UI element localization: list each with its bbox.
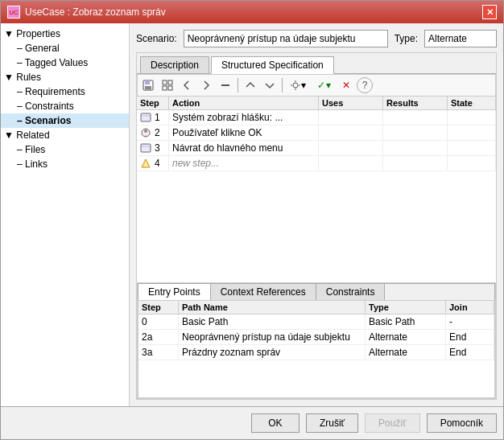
sidebar-item-general[interactable]: – General <box>1 41 129 56</box>
sidebar-item-properties[interactable]: ▼ Properties <box>1 27 129 41</box>
dash-icon3: – <box>17 86 25 97</box>
sep1 <box>238 78 238 93</box>
step-state-3 <box>448 141 496 155</box>
entry-table-header: Step Path Name Type Join <box>138 301 494 315</box>
step-results-4 <box>383 156 448 171</box>
entry-join-2: End <box>446 345 494 360</box>
step-action-1: Systém zobrazí hlášku: ... <box>169 110 319 125</box>
col-state: State <box>448 97 496 109</box>
check-button[interactable]: ✓▾ <box>312 76 336 94</box>
grid-button[interactable] <box>159 76 176 94</box>
step-action-3: Návrat do hlavného menu <box>169 141 319 155</box>
col-step: Step <box>137 97 169 109</box>
step-results-1 <box>383 110 448 125</box>
table-row[interactable]: 2 Používateľ klikne OK <box>137 125 496 141</box>
sidebar: ▼ Properties – General – Tagged Values ▼… <box>1 23 130 406</box>
tab-context-refs[interactable]: Context References <box>211 284 316 300</box>
step-action-2: Používateľ klikne OK <box>169 125 319 140</box>
sidebar-item-requirements[interactable]: – Requirements <box>1 84 129 99</box>
save-button[interactable] <box>139 76 157 94</box>
up-button[interactable] <box>242 76 259 94</box>
step-state-1 <box>448 110 496 125</box>
step-action-4: new step... <box>169 156 319 171</box>
dash-icon7: – <box>17 158 25 170</box>
sidebar-item-files[interactable]: – Files <box>1 142 129 157</box>
tab-structured[interactable]: Structured Specification <box>211 56 334 74</box>
close-window-button[interactable]: ✕ <box>482 5 497 19</box>
step-results-3 <box>383 141 448 155</box>
window-title: UseCase : Zobraz zoznam správ <box>25 6 166 18</box>
steps-spacer <box>137 171 496 282</box>
sidebar-item-scenarios[interactable]: – Scenarios <box>1 113 129 128</box>
delete-button[interactable]: ✕ <box>337 76 355 94</box>
entry-path-0: Basic Path <box>179 315 366 329</box>
main-window: UC UseCase : Zobraz zoznam správ ✕ ▼ Pro… <box>0 0 504 440</box>
entry-join-1: End <box>446 330 494 344</box>
step-results-2 <box>383 125 448 140</box>
svg-rect-6 <box>168 86 172 90</box>
tab-entry-points[interactable]: Entry Points <box>138 284 211 300</box>
entry-table: Step Path Name Type Join 0 Basic Path Ba… <box>138 300 495 398</box>
table-row[interactable]: 1 Systém zobrazí hlášku: ... <box>137 110 496 125</box>
settings-button[interactable]: ▾ <box>286 76 310 94</box>
ok-button[interactable]: OK <box>251 413 300 433</box>
svg-marker-19 <box>142 159 150 167</box>
col-action: Action <box>169 97 319 109</box>
bottom-section: Entry Points Context References Constrai… <box>137 282 496 399</box>
table-row[interactable]: 3 Návrat do hlavného menu <box>137 141 496 156</box>
steps-table-header: Step Action Uses Results State <box>137 97 496 110</box>
list-item[interactable]: 3a Prázdny zoznam správ Alternate End <box>138 345 494 360</box>
window-icon: UC <box>7 6 20 19</box>
tab-constraints-tab[interactable]: Constraints <box>316 284 386 300</box>
type-label: Type: <box>395 33 418 44</box>
sidebar-item-links[interactable]: – Links <box>1 157 129 171</box>
svg-rect-13 <box>141 113 151 121</box>
sidebar-item-rules[interactable]: ▼ Rules <box>1 70 129 84</box>
forward-button[interactable] <box>197 76 215 94</box>
table-row[interactable]: 4 new step... <box>137 156 496 171</box>
sidebar-item-tagged-values[interactable]: – Tagged Values <box>1 56 129 70</box>
type-select[interactable]: Alternate Basic Exception <box>424 30 497 47</box>
svg-point-8 <box>293 83 298 88</box>
dash-icon6: – <box>17 144 25 155</box>
expand-icon2: ▼ <box>4 72 16 83</box>
sidebar-item-constraints[interactable]: – Constraints <box>1 99 129 113</box>
svg-rect-1 <box>145 80 150 84</box>
step-state-2 <box>448 125 496 140</box>
help-button[interactable]: Pomocník <box>427 413 497 433</box>
sidebar-item-related[interactable]: ▼ Related <box>1 128 129 142</box>
entry-step-1: 2a <box>138 330 179 344</box>
col-results: Results <box>383 97 448 109</box>
entry-join-0: - <box>446 315 494 329</box>
apply-button: Použiť <box>365 413 420 433</box>
dash-icon4: – <box>17 101 25 112</box>
list-item[interactable]: 2a Neoprávnený prístup na údaje subjektu… <box>138 330 494 345</box>
steps-area: Step Action Uses Results State 1 Systém … <box>137 97 496 282</box>
entry-path-1: Neoprávnený prístup na údaje subjektu <box>179 330 366 344</box>
svg-rect-17 <box>141 144 151 152</box>
help-toolbar-button[interactable]: ? <box>357 77 373 93</box>
step-state-4 <box>448 156 496 171</box>
svg-rect-2 <box>145 86 151 89</box>
main-panel: Scenario: Neoprávnený prístup na údaje s… <box>130 23 503 406</box>
cancel-button[interactable]: Zrušiť <box>306 413 358 433</box>
svg-rect-3 <box>163 80 167 84</box>
svg-rect-5 <box>163 86 167 90</box>
remove-button[interactable] <box>217 76 234 94</box>
scenario-row: Scenario: Neoprávnený prístup na údaje s… <box>136 30 497 47</box>
entry-col-path: Path Name <box>179 301 366 314</box>
tabs-bar: Description Structured Specification <box>137 53 496 74</box>
list-item[interactable]: 0 Basic Path Basic Path - <box>138 315 494 330</box>
down-button[interactable] <box>261 76 279 94</box>
back-button[interactable] <box>178 76 196 94</box>
dash-icon5: – <box>17 115 25 126</box>
window-body: ▼ Properties – General – Tagged Values ▼… <box>1 23 503 406</box>
entry-path-2: Prázdny zoznam správ <box>179 345 366 360</box>
scenario-select[interactable]: Neoprávnený prístup na údaje subjektu <box>184 30 388 47</box>
tab-description[interactable]: Description <box>140 56 209 73</box>
footer-bar: OK Zrušiť Použiť Pomocník <box>1 406 503 439</box>
expand-icon3: ▼ <box>4 130 16 141</box>
step-num-4: 4 <box>137 156 169 171</box>
entry-type-1: Alternate <box>366 330 446 344</box>
entry-type-0: Basic Path <box>366 315 446 329</box>
